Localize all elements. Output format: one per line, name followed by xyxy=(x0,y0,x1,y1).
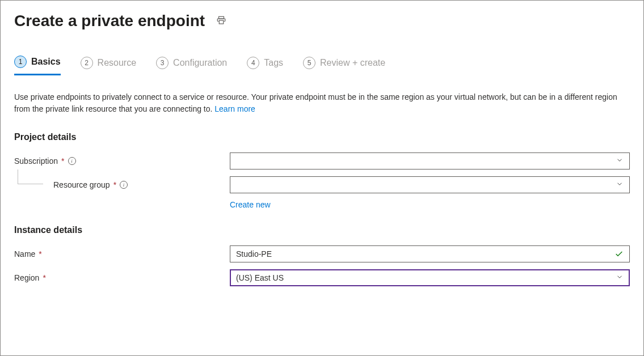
required-indicator: * xyxy=(43,273,45,282)
tab-step-number: 3 xyxy=(156,57,169,69)
required-indicator: * xyxy=(61,156,64,166)
svg-rect-1 xyxy=(219,20,224,24)
label-text: Name xyxy=(14,249,35,258)
resource-group-row: Resource group * i xyxy=(14,176,630,193)
instance-details-heading: Instance details xyxy=(14,225,630,235)
tab-configuration[interactable]: 3 Configuration xyxy=(156,56,227,75)
print-icon[interactable] xyxy=(216,15,226,27)
wizard-tabs: 1 Basics 2 Resource 3 Configuration 4 Ta… xyxy=(14,56,630,75)
create-private-endpoint-page: Create a private endpoint 1 Basics 2 Res… xyxy=(0,0,644,356)
tab-label: Resource xyxy=(98,58,136,68)
project-details-heading: Project details xyxy=(14,132,630,142)
name-input[interactable]: Studio-PE xyxy=(230,245,630,262)
label-text: Subscription xyxy=(14,156,58,166)
subscription-row: Subscription * i xyxy=(14,152,630,169)
page-title: Create a private endpoint xyxy=(14,12,205,30)
resource-group-select[interactable] xyxy=(230,176,630,193)
required-indicator: * xyxy=(113,180,116,189)
region-label: Region * xyxy=(14,273,230,282)
page-header: Create a private endpoint xyxy=(14,12,630,30)
info-icon[interactable]: i xyxy=(120,181,128,189)
input-value: Studio-PE xyxy=(236,249,272,258)
tab-step-number: 2 xyxy=(81,57,93,69)
learn-more-link[interactable]: Learn more xyxy=(214,104,255,113)
chevron-down-icon xyxy=(616,156,624,166)
tab-step-number: 4 xyxy=(247,57,259,69)
tab-step-number: 1 xyxy=(14,56,27,68)
select-value: (US) East US xyxy=(236,273,284,282)
tab-label: Configuration xyxy=(173,58,227,68)
tab-label: Tags xyxy=(264,58,283,68)
resource-group-label: Resource group * i xyxy=(14,180,230,189)
create-new-resource-group-link[interactable]: Create new xyxy=(230,200,271,209)
chevron-down-icon xyxy=(616,273,624,283)
label-text: Resource group xyxy=(53,180,110,189)
checkmark-icon xyxy=(614,249,624,258)
tab-basics[interactable]: 1 Basics xyxy=(14,56,61,75)
description-text: Use private endpoints to privately conne… xyxy=(14,91,627,115)
tree-connector xyxy=(18,169,43,184)
name-label: Name * xyxy=(14,249,230,258)
tab-review-create[interactable]: 5 Review + create xyxy=(303,56,385,75)
region-row: Region * (US) East US xyxy=(14,269,630,286)
tab-label: Review + create xyxy=(320,58,385,68)
region-select[interactable]: (US) East US xyxy=(230,269,630,286)
required-indicator: * xyxy=(39,249,41,258)
tab-tags[interactable]: 4 Tags xyxy=(247,56,283,75)
info-icon[interactable]: i xyxy=(68,157,76,165)
subscription-select[interactable] xyxy=(230,152,630,169)
label-text: Region xyxy=(14,273,39,282)
description-body: Use private endpoints to privately conne… xyxy=(14,92,617,113)
tab-resource[interactable]: 2 Resource xyxy=(81,56,136,75)
name-row: Name * Studio-PE xyxy=(14,245,630,262)
chevron-down-icon xyxy=(616,180,624,190)
tab-label: Basics xyxy=(31,57,61,67)
subscription-label: Subscription * i xyxy=(14,156,230,166)
tab-step-number: 5 xyxy=(303,57,315,69)
